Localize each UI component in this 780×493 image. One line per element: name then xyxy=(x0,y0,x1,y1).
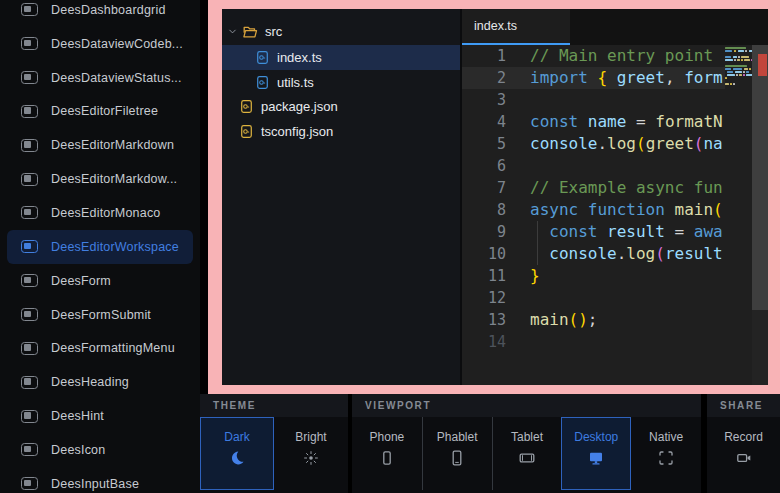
code-line[interactable]: 1// Main entry point xyxy=(462,45,768,67)
toolbar-group: DarkBright xyxy=(200,417,348,493)
record-button[interactable]: Record xyxy=(707,417,780,490)
chevron-down-icon[interactable] xyxy=(227,26,238,37)
native-icon xyxy=(658,450,674,466)
component-icon xyxy=(21,477,38,490)
button-label: Tablet xyxy=(511,430,543,444)
sidebar-item-label: DeesForm xyxy=(51,274,111,288)
sidebar-item[interactable]: DeesDashboardgrid xyxy=(7,0,193,27)
toolbar-section-header: THEME xyxy=(200,394,348,417)
preview-frame: srcindex.tsutils.tspackage.jsontsconfig.… xyxy=(208,0,780,394)
tree-item[interactable]: tsconfig.json xyxy=(222,119,460,144)
component-icon xyxy=(21,342,38,355)
code-line[interactable]: 10 console.log(result xyxy=(462,243,768,265)
component-icon xyxy=(21,240,38,253)
code-text: console.log(greet(na xyxy=(530,133,723,155)
record-icon xyxy=(736,450,752,466)
line-number: 11 xyxy=(462,265,506,287)
minimap[interactable] xyxy=(725,45,752,385)
code-line[interactable]: 6 xyxy=(462,155,768,177)
line-number: 2 xyxy=(462,67,506,89)
tab-index-ts[interactable]: index.ts xyxy=(462,9,570,45)
line-number: 1 xyxy=(462,45,506,67)
sidebar-item[interactable]: DeesFormSubmit xyxy=(7,298,193,332)
code-line[interactable]: 3 xyxy=(462,89,768,111)
toolbar-buttons: DarkBrightPhonePhabletTabletDesktopNativ… xyxy=(200,417,780,493)
line-number: 6 xyxy=(462,155,506,177)
toolbar-group: Record xyxy=(707,417,780,493)
bright-button[interactable]: Bright xyxy=(274,417,348,490)
sidebar-item-label: DeesDataviewStatus... xyxy=(51,71,182,85)
sidebar-divider xyxy=(200,0,208,394)
code-text: // Example async fun xyxy=(530,177,723,199)
moon-icon xyxy=(229,450,245,466)
sidebar-item[interactable]: DeesEditorMarkdown xyxy=(7,128,193,162)
phablet-icon xyxy=(449,450,465,466)
tree-item[interactable]: utils.ts xyxy=(222,70,460,95)
folder-open-icon xyxy=(242,24,258,40)
button-label: Native xyxy=(649,430,683,444)
tree-item[interactable]: index.ts xyxy=(222,45,460,70)
sidebar-item[interactable]: DeesEditorWorkspace xyxy=(7,230,193,264)
sidebar-item[interactable]: DeesHint xyxy=(7,399,193,433)
section-label: VIEWPORT xyxy=(352,394,701,417)
sidebar-item[interactable]: DeesEditorFiletree xyxy=(7,95,193,129)
tree-item[interactable]: package.json xyxy=(222,94,460,119)
code-text: const name = formatN xyxy=(530,111,723,133)
tree-item-label: tsconfig.json xyxy=(261,124,333,139)
code-line[interactable]: 7// Example async fun xyxy=(462,177,768,199)
code-line[interactable]: 2import { greet, form xyxy=(462,67,768,89)
file-tree-panel: srcindex.tsutils.tspackage.jsontsconfig.… xyxy=(222,9,462,385)
toolbar-section-header: SHARE xyxy=(707,394,780,417)
code-line[interactable]: 9 const result = awa xyxy=(462,221,768,243)
sidebar-item[interactable]: DeesInputBase xyxy=(7,467,193,493)
sidebar-item[interactable]: DeesForm xyxy=(7,264,193,298)
code-text: main(); xyxy=(530,309,597,331)
code-line[interactable]: 11} xyxy=(462,265,768,287)
sidebar-item[interactable]: DeesDataviewCodeb... xyxy=(7,27,193,61)
phablet-button[interactable]: Phablet xyxy=(422,417,492,490)
code-line[interactable]: 8async function main( xyxy=(462,199,768,221)
component-icon xyxy=(21,410,38,423)
native-button[interactable]: Native xyxy=(631,417,701,490)
tree-item[interactable]: src xyxy=(222,19,460,44)
vertical-scrollbar[interactable] xyxy=(752,45,768,385)
sidebar-item-label: DeesIcon xyxy=(51,443,105,457)
code-editor[interactable]: 1// Main entry point2import { greet, for… xyxy=(462,45,768,385)
component-icon xyxy=(21,139,38,152)
sidebar-item[interactable]: DeesIcon xyxy=(7,433,193,467)
sidebar-item-label: DeesInputBase xyxy=(51,477,139,491)
sidebar-item[interactable]: DeesFormattingMenu xyxy=(7,331,193,365)
typescript-file-icon xyxy=(255,75,270,90)
code-line[interactable]: 5console.log(greet(na xyxy=(462,133,768,155)
phone-button[interactable]: Phone xyxy=(352,417,422,490)
code-text: console.log(result xyxy=(530,243,723,265)
code-line[interactable]: 14 xyxy=(462,331,768,353)
tablet-button[interactable]: Tablet xyxy=(492,417,562,490)
sidebar-item[interactable]: DeesDataviewStatus... xyxy=(7,61,193,95)
dark-button[interactable]: Dark xyxy=(200,417,274,490)
sidebar-item-label: DeesFormattingMenu xyxy=(51,341,175,355)
tab-bar: index.ts xyxy=(462,9,768,45)
toolbar-section-headers: THEMEVIEWPORTSHARE xyxy=(200,394,780,417)
properties-toolbar: THEMEVIEWPORTSHARE DarkBrightPhonePhable… xyxy=(200,394,780,493)
sidebar-item-label: DeesFormSubmit xyxy=(51,308,151,322)
code-line[interactable]: 4const name = formatN xyxy=(462,111,768,133)
code-line[interactable]: 13main(); xyxy=(462,309,768,331)
sidebar-item[interactable]: DeesEditorMonaco xyxy=(7,196,193,230)
json-file-icon xyxy=(239,99,254,114)
json-file-icon xyxy=(239,124,254,139)
sidebar-item-label: DeesDashboardgrid xyxy=(51,3,166,17)
sidebar-item[interactable]: DeesEditorMarkdow... xyxy=(7,162,193,196)
button-label: Desktop xyxy=(574,430,618,444)
button-label: Phone xyxy=(370,430,405,444)
desktop-button[interactable]: Desktop xyxy=(561,417,631,490)
line-number: 4 xyxy=(462,111,506,133)
scrollbar-thumb[interactable] xyxy=(752,45,768,310)
component-icon xyxy=(21,3,38,16)
sidebar-item[interactable]: DeesHeading xyxy=(7,365,193,399)
component-icon xyxy=(21,274,38,287)
tablet-icon xyxy=(519,450,535,466)
component-icon xyxy=(21,173,38,186)
code-line[interactable]: 12 xyxy=(462,287,768,309)
button-label: Phablet xyxy=(437,430,478,444)
